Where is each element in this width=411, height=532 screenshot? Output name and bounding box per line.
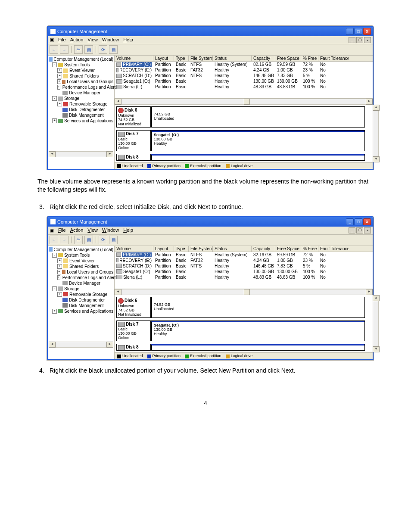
disk-graphical-view[interactable]: Disk 6 Unknown74.52 GBNot Initialized 74…: [115, 105, 367, 162]
tree-device-manager[interactable]: Device Manager: [49, 90, 113, 96]
tree-event-viewer[interactable]: +Event Viewer: [49, 258, 113, 264]
tree-disk-defrag[interactable]: Disk Defragmenter: [49, 107, 113, 112]
disk-8-block[interactable]: Disk 8: [116, 154, 365, 161]
scrollbar-left-button[interactable]: ◄: [49, 151, 56, 157]
scrollbar-right-button[interactable]: ►: [366, 99, 373, 105]
col-filesystem[interactable]: File System: [189, 56, 213, 61]
col-volume[interactable]: Volume: [115, 56, 153, 61]
disk-7-info[interactable]: Disk 7 Basic130.00 GBOnline: [117, 321, 151, 341]
volume-list-header[interactable]: Volume Layout Type File System Status Ca…: [115, 246, 373, 252]
forward-button[interactable]: →: [60, 236, 68, 244]
disk-7-block[interactable]: Disk 7 Basic130.00 GBOnline Seagate1 (O:…: [116, 130, 365, 151]
volume-list[interactable]: Volume Layout Type File System Status Ca…: [115, 246, 373, 295]
tree-disk-management[interactable]: Disk Management: [49, 303, 113, 308]
col-layout[interactable]: Layout: [153, 56, 174, 61]
disk-6-info[interactable]: Disk 6 Unknown74.52 GBNot Initialized: [117, 107, 151, 127]
volume-row[interactable]: Sierra (L:)PartitionBasicHealthy48.83 GB…: [115, 274, 373, 280]
menu-window[interactable]: Window: [102, 37, 119, 43]
menu-action[interactable]: Action: [70, 37, 84, 43]
menu-window[interactable]: Window: [102, 227, 119, 233]
disk-graphical-view[interactable]: Disk 6 Unknown74.52 GBNot Initialized 74…: [115, 295, 367, 353]
col-pct-free[interactable]: % Free: [301, 56, 318, 61]
up-button[interactable]: 🗀: [74, 45, 83, 54]
properties-button[interactable]: ▤: [84, 45, 93, 54]
scrollbar-right-button[interactable]: ►: [366, 289, 373, 295]
volume-row[interactable]: Sierra (L:)PartitionBasicHealthy48.83 GB…: [115, 84, 373, 90]
tree-event-viewer[interactable]: +Event Viewer: [49, 68, 113, 73]
scrollbar-up-button[interactable]: ▲: [373, 295, 380, 301]
forward-button[interactable]: →: [60, 45, 68, 54]
tree-horizontal-scrollbar[interactable]: ◄ ►: [49, 151, 113, 157]
tree-local-users[interactable]: +Local Users and Groups: [49, 79, 113, 84]
volume-row[interactable]: RECOVERY (E:)PartitionBasicFAT32Healthy4…: [115, 67, 373, 73]
scrollbar-down-button[interactable]: ▼: [373, 346, 380, 352]
menu-action[interactable]: Action: [70, 227, 84, 233]
close-button[interactable]: X: [363, 218, 371, 225]
tree-perf-logs[interactable]: +Performance Logs and Alerts: [49, 275, 113, 280]
menu-file[interactable]: File: [58, 227, 66, 233]
disk-6-info[interactable]: Disk 6 Unknown74.52 GBNot Initialized: [117, 297, 151, 317]
volume-row[interactable]: Seagate1 (O:)PartitionBasicHealthy130.00…: [115, 269, 373, 274]
scrollbar-down-button[interactable]: ▼: [373, 156, 380, 162]
disk-7-block[interactable]: Disk 7 Basic130.00 GBOnline Seagate1 (O:…: [116, 320, 365, 342]
tree-storage[interactable]: -Storage: [49, 96, 113, 101]
maximize-button[interactable]: □: [355, 218, 362, 225]
scrollbar-left-button[interactable]: ◄: [49, 342, 56, 348]
help-button[interactable]: ▤: [109, 236, 118, 244]
mdi-minimize-button[interactable]: _: [349, 37, 355, 43]
disk-7-info[interactable]: Disk 7 Basic130.00 GBOnline: [117, 131, 151, 151]
graphical-view-vertical-scrollbar[interactable]: ▲▼: [373, 295, 379, 353]
volume-list-header[interactable]: Volume Layout Type File System Status Ca…: [115, 56, 373, 62]
scrollbar-left-button[interactable]: ◄: [115, 289, 121, 295]
col-capacity[interactable]: Capacity: [252, 56, 275, 61]
volume-list[interactable]: Volume Layout Type File System Status Ca…: [115, 56, 373, 105]
refresh-button[interactable]: ⟳: [99, 45, 107, 54]
col-type[interactable]: Type: [174, 56, 189, 61]
tree-root[interactable]: Computer Management (Local): [49, 247, 113, 252]
tree-root[interactable]: Computer Management (Local): [49, 56, 113, 62]
menu-help[interactable]: Help: [123, 37, 133, 43]
mdi-restore-button[interactable]: ❐: [356, 227, 363, 233]
col-fault-tolerance[interactable]: Fault Tolerance: [318, 56, 349, 61]
close-button[interactable]: X: [363, 28, 371, 35]
menu-view[interactable]: View: [87, 37, 98, 43]
tree-shared-folders[interactable]: +Shared Folders: [49, 73, 113, 79]
disk-6-block[interactable]: Disk 6 Unknown74.52 GBNot Initialized 74…: [116, 106, 365, 128]
tree-horizontal-scrollbar[interactable]: ◄ ►: [49, 342, 113, 348]
mdi-close-button[interactable]: ×: [364, 37, 371, 43]
mdi-restore-button[interactable]: ❐: [356, 37, 363, 43]
back-button[interactable]: ←: [50, 45, 58, 54]
volume-row[interactable]: RECOVERY (E:)PartitionBasicFAT32Healthy4…: [115, 258, 373, 263]
tree-shared-folders[interactable]: +Shared Folders: [49, 264, 113, 269]
back-button[interactable]: ←: [50, 236, 58, 244]
scrollbar-right-button[interactable]: ►: [106, 342, 113, 348]
menu-file[interactable]: File: [58, 37, 66, 43]
volume-list-horizontal-scrollbar[interactable]: ◄ ►: [115, 98, 373, 105]
disk-6-unallocated-partition[interactable]: 74.52 GBUnallocated: [151, 297, 364, 317]
volume-list-horizontal-scrollbar[interactable]: ◄►: [115, 289, 373, 295]
tree-removable-storage[interactable]: +Removable Storage: [49, 101, 113, 107]
app-menu-icon[interactable]: ▣: [50, 227, 54, 233]
disk-8-info[interactable]: Disk 8: [117, 344, 151, 350]
tree-disk-defrag[interactable]: Disk Defragmenter: [49, 297, 113, 303]
disk-6-block[interactable]: Disk 6 Unknown74.52 GBNot Initialized 74…: [116, 297, 365, 318]
menu-view[interactable]: View: [87, 227, 98, 233]
volume-row[interactable]: Seagate1 (O:)PartitionBasicHealthy130.00…: [115, 78, 373, 84]
titlebar[interactable]: Computer Management _ □ X: [48, 27, 373, 36]
tree-storage[interactable]: -Storage: [49, 286, 113, 292]
tree-system-tools[interactable]: -System Tools: [49, 252, 113, 258]
disk-7-seagate1-partition[interactable]: Seagate1 (O:)130.00 GBHealthy: [151, 131, 364, 151]
volume-row[interactable]: SCRATCH (D:)PartitionBasicNTFSHealthy146…: [115, 73, 373, 78]
minimize-button[interactable]: _: [346, 28, 354, 35]
tree-services-apps[interactable]: +Services and Applications: [49, 118, 113, 124]
tree-services-apps[interactable]: +Services and Applications: [49, 308, 113, 314]
col-free-space[interactable]: Free Space: [275, 56, 301, 61]
maximize-button[interactable]: □: [355, 28, 362, 35]
up-button[interactable]: 🗀: [74, 236, 83, 244]
disk-8-block[interactable]: Disk 8: [116, 344, 365, 351]
mdi-close-button[interactable]: ×: [364, 227, 371, 233]
tree-removable-storage[interactable]: +Removable Storage: [49, 292, 113, 297]
tree-system-tools[interactable]: -System Tools: [49, 62, 113, 68]
col-status[interactable]: Status: [213, 56, 252, 61]
mdi-minimize-button[interactable]: _: [349, 227, 355, 233]
